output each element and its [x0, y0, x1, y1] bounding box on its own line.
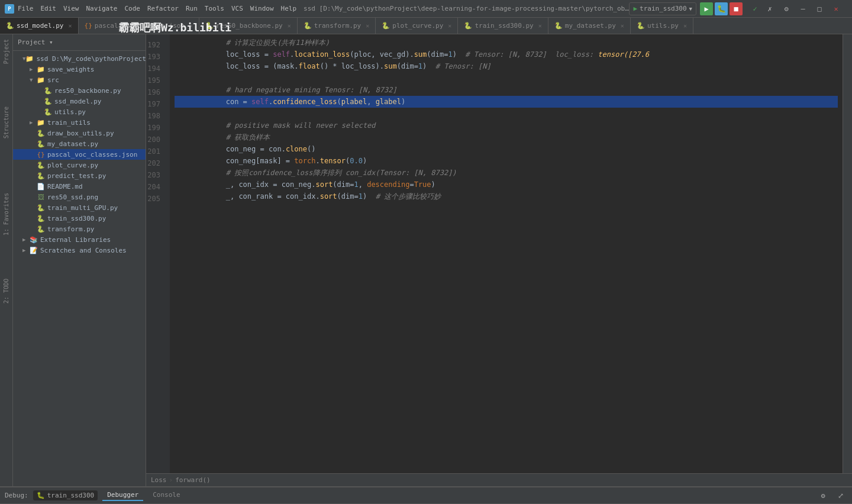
code-line-199: # positive mask will never selected [175, 119, 838, 131]
stop-btn[interactable]: ■ [730, 2, 743, 15]
app-icon: P [5, 4, 14, 14]
tab-close-plot[interactable]: ✕ [448, 22, 451, 29]
tab-close-utils[interactable]: ✕ [683, 22, 687, 29]
main-layout: Project Structure 1: Favorites 2: TODO P… [0, 34, 852, 486]
debug-tab-debugger[interactable]: Debugger [102, 490, 143, 501]
titlebar: P File Edit View Navigate Code Refactor … [0, 0, 852, 18]
run-config[interactable]: ▶ train_ssd300 ▼ [629, 2, 696, 15]
code-line-195 [175, 72, 838, 84]
debug-settings-btn[interactable]: ⚙ [816, 489, 830, 502]
tree-my-dataset[interactable]: 🐍 my_dataset.py [13, 138, 146, 149]
code-line-198 [175, 108, 838, 119]
tab-close-ssd-model[interactable]: ✕ [68, 22, 72, 29]
tree-src[interactable]: ▼ 📁 src [13, 75, 146, 85]
tree-save-weights[interactable]: ▶ 📁 save_weights [13, 64, 146, 75]
tab-res50[interactable]: 🐍 res50_backbone.py ✕ [199, 18, 298, 34]
tree-train-utils[interactable]: ▶ 📁 train_utils [13, 117, 146, 128]
tab-transform[interactable]: 🐍 transform.py ✕ [298, 18, 376, 34]
tree-readme[interactable]: 📄 README.md [13, 181, 146, 192]
breadcrumb: Loss › forward() [146, 473, 852, 486]
tree-root-ssd[interactable]: ▼ 📁 ssd D:\My_code\pythonProject [13, 53, 146, 64]
editor-area: 192193194195196 197198199200201 20220320… [146, 34, 852, 486]
tree-label-transform: transform.py [47, 225, 94, 233]
sidebar-title: Project ▾ [18, 38, 53, 46]
tree-ssd-model[interactable]: 🐍 ssd_model.py [13, 96, 146, 106]
tab-train-ssd[interactable]: 🐍 train_ssd300.py ✕ [458, 18, 548, 34]
tab-pascal-voc[interactable]: {} pascal_voc_classes.json ✕ [79, 18, 200, 34]
tree-external-libs[interactable]: ▶ 📚 External Libraries [13, 234, 146, 245]
tree-utils[interactable]: 🐍 utils.py [13, 106, 146, 117]
debug-btn[interactable]: 🐛 [715, 2, 728, 15]
menu-help[interactable]: Help [281, 5, 297, 12]
menu-run[interactable]: Run [186, 5, 198, 12]
tree-train-ssd[interactable]: 🐍 train_ssd300.py [13, 213, 146, 224]
menu-vcs[interactable]: VCS [231, 5, 243, 12]
project-label[interactable]: Project [2, 37, 11, 66]
tree-label-readme: README.md [47, 183, 83, 190]
tab-close-pascal[interactable]: ✕ [189, 22, 193, 29]
line-numbers: 192193194195196 197198199200201 20220320… [146, 34, 170, 473]
tab-utils[interactable]: 🐍 utils.py ✕ [631, 18, 693, 34]
tree-label-src: src [47, 76, 59, 84]
tab-ssd-model[interactable]: 🐍 ssd_model.py ✕ [0, 18, 79, 34]
favorites-label[interactable]: 1: Favorites [2, 190, 11, 238]
run-btn[interactable]: ▶ [700, 2, 713, 15]
menu-code[interactable]: Code [124, 5, 140, 12]
debug-tab-console[interactable]: Console [148, 490, 185, 501]
sidebar-header: Project ▾ [13, 34, 146, 51]
tree-label-train-ssd: train_ssd300.py [47, 215, 106, 222]
code-content[interactable]: # 计算定位损失(共有11种样本) loc_loss = self.locati… [170, 34, 843, 473]
tree-predict-test[interactable]: 🐍 predict_test.py [13, 170, 146, 181]
code-line-202: con_neg[mask] = torch.tensor(0.0) [175, 155, 838, 167]
structure-label[interactable]: Structure [2, 104, 11, 141]
file-tree: ▼ 📁 ssd D:\My_code\pythonProject ▶ 📁 sav… [13, 51, 146, 486]
tree-scratches[interactable]: ▶ 📝 Scratches and Consoles [13, 245, 146, 256]
tab-close-transform[interactable]: ✕ [366, 22, 369, 29]
debug-run-config: train_ssd300 [47, 492, 94, 499]
tab-close-dataset[interactable]: ✕ [621, 22, 624, 29]
git-check[interactable]: ✓ [748, 2, 761, 15]
menu-bar: File Edit View Navigate Code Refactor Ru… [18, 5, 296, 12]
settings-btn[interactable]: ⚙ [780, 2, 793, 15]
menu-view[interactable]: View [63, 5, 79, 12]
tab-close-res50[interactable]: ✕ [288, 22, 291, 29]
tree-label-res50-png: res50_ssd.png [47, 193, 98, 201]
menu-file[interactable]: File [18, 5, 34, 12]
menu-window[interactable]: Window [250, 5, 274, 12]
breadcrumb-forward: forward() [175, 476, 211, 484]
tree-label-my-dataset: my_dataset.py [47, 140, 98, 148]
tree-res50-png[interactable]: 🖼 res50_ssd.png [13, 192, 146, 202]
tree-label-scratches: Scratches and Consoles [40, 247, 127, 254]
editor-scrollbar-strip [843, 34, 852, 473]
menu-tools[interactable]: Tools [205, 5, 224, 12]
minimize-btn[interactable]: — [796, 2, 809, 15]
maximize-btn[interactable]: □ [813, 2, 826, 15]
tree-label-train-utils: train_utils [47, 119, 91, 127]
menu-navigate[interactable]: Navigate [86, 5, 118, 12]
tab-my-dataset[interactable]: 🐍 my_dataset.py ✕ [548, 18, 631, 34]
tree-label-plot-curve: plot_curve.py [47, 161, 98, 169]
tree-res50[interactable]: 🐍 res50_backbone.py [13, 85, 146, 96]
left-sidebar-strip: Project Structure 1: Favorites 2: TODO [0, 34, 13, 486]
tree-draw-box[interactable]: 🐍 draw_box_utils.py [13, 128, 146, 138]
tree-transform[interactable]: 🐍 transform.py [13, 224, 146, 234]
tab-plot-curve[interactable]: 🐍 plot_curve.py ✕ [376, 18, 458, 34]
tree-pascal-voc[interactable]: {} pascal_voc_classes.json [13, 149, 146, 160]
code-view: 192193194195196 197198199200201 20220320… [146, 34, 852, 473]
close-btn[interactable]: ✕ [830, 2, 843, 15]
todo-label[interactable]: 2: TODO [2, 276, 11, 306]
debug-panel: Debug: 🐛 train_ssd300 Debugger Console ⚙… [0, 486, 852, 504]
tab-close-train[interactable]: ✕ [538, 22, 542, 29]
menu-refactor[interactable]: Refactor [147, 5, 179, 12]
code-line-196: # hard negative mining Tenosr: [N, 8732] [175, 84, 838, 96]
menu-edit[interactable]: Edit [41, 5, 57, 12]
tree-train-multi[interactable]: 🐍 train_multi_GPU.py [13, 202, 146, 213]
git-cross[interactable]: ✗ [763, 2, 776, 15]
debug-maximize-btn[interactable]: ⤢ [834, 489, 847, 502]
tree-label-predict: predict_test.py [47, 172, 106, 180]
tree-plot-curve[interactable]: 🐍 plot_curve.py [13, 160, 146, 170]
code-line-200: # 获取负样本 [175, 131, 838, 143]
code-line-192: # 计算定位损失(共有11种样本) [175, 37, 838, 49]
breadcrumb-sep: › [169, 476, 173, 484]
tree-label-utils: utils.py [54, 108, 86, 116]
